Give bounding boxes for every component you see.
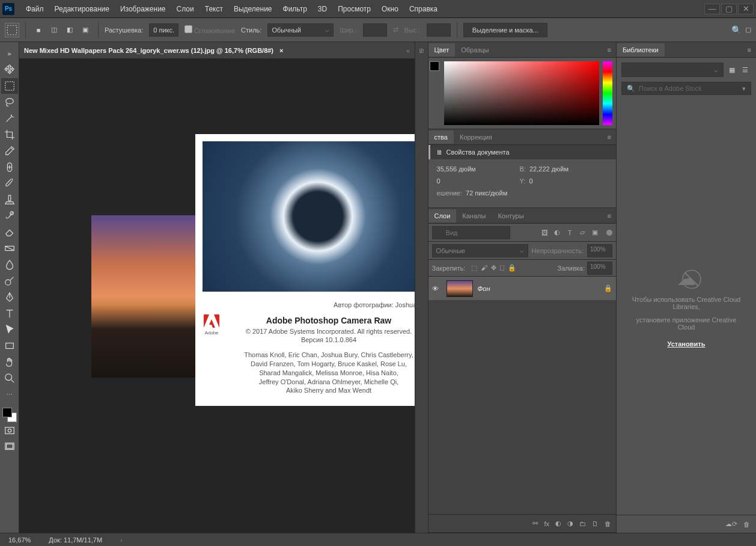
panel-menu-icon[interactable]: ≡ bbox=[603, 131, 616, 143]
eraser-tool[interactable] bbox=[1, 224, 18, 240]
collapse-arrows-icon[interactable]: » bbox=[1, 46, 18, 61]
menu-edit[interactable]: Редактирование bbox=[49, 1, 115, 17]
select-and-mask-button[interactable]: Выделение и маска... bbox=[463, 23, 547, 37]
list-view-icon[interactable]: ☰ bbox=[739, 64, 751, 76]
text-tool[interactable] bbox=[1, 305, 18, 321]
layer-mask-icon[interactable]: ◐ bbox=[555, 520, 561, 527]
minimize-button[interactable]: — bbox=[704, 4, 720, 14]
cloud-sync-icon[interactable]: ☁⟳ bbox=[725, 520, 737, 528]
tabs-collapse-icon[interactable]: « bbox=[406, 47, 410, 54]
filter-smart-icon[interactable]: ▣ bbox=[590, 227, 600, 238]
eyedropper-tool[interactable] bbox=[1, 143, 18, 159]
tab-layers[interactable]: Слои bbox=[428, 209, 457, 222]
delete-layer-icon[interactable]: 🗑 bbox=[605, 520, 611, 527]
style-select[interactable]: Обычный⌵ bbox=[267, 23, 334, 37]
pen-tool[interactable] bbox=[1, 289, 18, 305]
tab-channels[interactable]: Каналы bbox=[456, 209, 492, 222]
clone-stamp-tool[interactable] bbox=[1, 192, 18, 207]
layers-empty-area[interactable] bbox=[428, 301, 616, 514]
hue-slider[interactable] bbox=[603, 61, 612, 125]
layer-lock-icon[interactable]: 🔒 bbox=[604, 284, 612, 292]
zoom-tool[interactable] bbox=[1, 370, 18, 386]
canvas[interactable]: Автор фотографии: Joshua Bury Adobe Adob… bbox=[19, 59, 415, 533]
new-layer-icon[interactable]: 🗋 bbox=[592, 520, 599, 527]
screen-mode-icon[interactable] bbox=[1, 439, 18, 455]
hand-tool[interactable] bbox=[1, 354, 18, 370]
color-field[interactable] bbox=[444, 61, 599, 125]
status-arrow-icon[interactable]: › bbox=[120, 536, 123, 544]
library-select[interactable]: ⌵ bbox=[621, 63, 724, 77]
panel-menu-icon[interactable]: ≡ bbox=[743, 44, 756, 56]
grid-view-icon[interactable]: ▦ bbox=[726, 64, 738, 76]
blur-tool[interactable] bbox=[1, 257, 18, 272]
lock-position-icon[interactable]: ✥ bbox=[491, 264, 496, 272]
layer-name[interactable]: Фон bbox=[478, 285, 599, 292]
tab-paths[interactable]: Контуры bbox=[492, 209, 529, 222]
quick-mask-icon[interactable] bbox=[1, 423, 18, 438]
menu-type[interactable]: Текст bbox=[200, 1, 228, 17]
gradient-tool[interactable] bbox=[1, 241, 18, 256]
library-search[interactable]: 🔍 Поиск в Adobe Stock bbox=[621, 82, 751, 95]
menu-file[interactable]: Файл bbox=[20, 1, 49, 17]
menu-3d[interactable]: 3D bbox=[312, 1, 332, 17]
lock-artboard-icon[interactable]: ⎕ bbox=[500, 264, 504, 272]
new-group-icon[interactable]: 🗀 bbox=[579, 520, 586, 527]
frame-icon[interactable]: ▢ bbox=[745, 26, 751, 34]
filter-image-icon[interactable]: 🖼 bbox=[539, 227, 550, 238]
crop-tool[interactable] bbox=[1, 127, 18, 143]
brush-tool[interactable] bbox=[1, 176, 18, 191]
menu-filter[interactable]: Фильтр bbox=[278, 1, 312, 17]
filter-toggle[interactable] bbox=[606, 230, 612, 236]
install-link[interactable]: Установить bbox=[668, 340, 706, 348]
filter-shape-icon[interactable]: ▱ bbox=[577, 227, 588, 238]
menu-help[interactable]: Справка bbox=[404, 1, 443, 17]
zoom-level[interactable]: 16,67% bbox=[8, 536, 31, 544]
close-tab-icon[interactable]: × bbox=[279, 47, 283, 54]
tab-libraries[interactable]: Библиотеки bbox=[617, 43, 665, 57]
collapsed-panel-icon[interactable]: ⎚ bbox=[419, 47, 424, 54]
tab-adjustments[interactable]: Коррекция bbox=[454, 130, 498, 144]
layer-fx-icon[interactable]: fx bbox=[544, 520, 549, 527]
menu-layers[interactable]: Слои bbox=[171, 1, 200, 17]
shape-tool[interactable] bbox=[1, 338, 18, 354]
lock-brush-icon[interactable]: 🖌 bbox=[481, 264, 487, 272]
lock-pixels-icon[interactable]: ⬚ bbox=[471, 264, 477, 272]
feather-field[interactable]: 0 пикс. bbox=[149, 23, 178, 37]
move-tool[interactable] bbox=[1, 62, 18, 78]
menu-window[interactable]: Окно bbox=[376, 1, 404, 17]
lasso-tool[interactable] bbox=[1, 94, 18, 110]
panel-menu-icon[interactable]: ≡ bbox=[603, 44, 616, 56]
panel-menu-icon[interactable]: ≡ bbox=[603, 210, 616, 222]
menu-select[interactable]: Выделение bbox=[228, 1, 278, 17]
about-dialog[interactable]: Автор фотографии: Joshua Bury Adobe Adob… bbox=[195, 134, 415, 406]
tab-swatches[interactable]: Образцы bbox=[455, 43, 495, 57]
dodge-tool[interactable] bbox=[1, 273, 18, 289]
foreground-swatch[interactable] bbox=[2, 408, 12, 417]
sel-intersect-icon[interactable]: ▣ bbox=[79, 23, 92, 37]
sel-subtract-icon[interactable]: ◧ bbox=[63, 23, 76, 37]
sel-add-icon[interactable]: ◫ bbox=[47, 23, 61, 37]
filter-adjust-icon[interactable]: ◐ bbox=[552, 227, 562, 238]
lib-trash-icon[interactable]: 🗑 bbox=[743, 521, 750, 528]
path-select-tool[interactable] bbox=[1, 322, 18, 337]
sel-new-icon[interactable]: ■ bbox=[32, 23, 45, 37]
color-swatch[interactable] bbox=[2, 408, 17, 422]
tab-properties[interactable]: ства bbox=[428, 130, 454, 144]
history-brush-tool[interactable] bbox=[1, 208, 18, 224]
search-icon[interactable]: 🔍 bbox=[731, 25, 742, 35]
maximize-button[interactable]: ▢ bbox=[721, 4, 737, 14]
menu-view[interactable]: Просмотр bbox=[332, 1, 376, 17]
filter-text-icon[interactable]: T bbox=[564, 227, 575, 238]
layer-thumbnail[interactable] bbox=[447, 280, 473, 297]
marquee-tool[interactable] bbox=[1, 78, 18, 94]
edit-toolbar-icon[interactable]: ⋯ bbox=[1, 387, 18, 402]
lock-all-icon[interactable]: 🔒 bbox=[508, 264, 516, 272]
tool-preset-icon[interactable] bbox=[5, 23, 19, 37]
healing-brush-tool[interactable] bbox=[1, 159, 18, 175]
tab-color[interactable]: Цвет bbox=[428, 43, 456, 57]
layer-search-input[interactable] bbox=[432, 226, 510, 239]
layer-row[interactable]: 👁 Фон 🔒 bbox=[428, 277, 616, 301]
visibility-eye-icon[interactable]: 👁 bbox=[432, 285, 442, 292]
color-fg-swatch[interactable] bbox=[430, 61, 439, 71]
doc-size[interactable]: Док: 11,7M/11,7M bbox=[49, 536, 102, 544]
